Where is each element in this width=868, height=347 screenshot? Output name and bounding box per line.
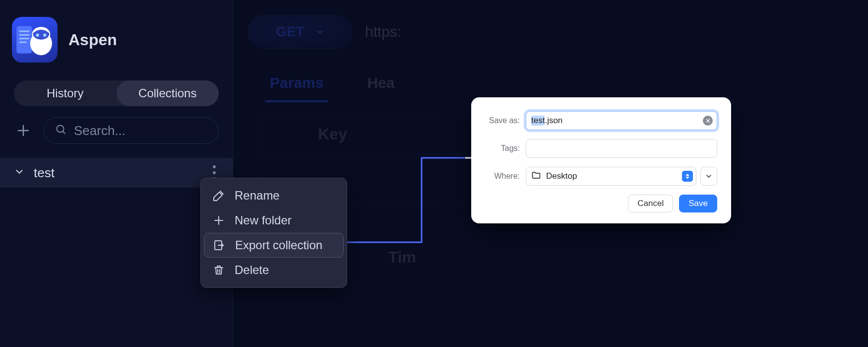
svg-rect-2	[19, 34, 29, 36]
filename-input[interactable]: test.json ✕	[526, 111, 717, 130]
svg-line-12	[63, 132, 65, 134]
brand: Aspen	[0, 0, 233, 69]
updown-icon	[682, 171, 693, 182]
sidebar-segments: History Collections	[14, 80, 219, 106]
save-dialog: Save as: test.json ✕ Tags: Where: Deskto…	[471, 97, 731, 223]
url-input[interactable]: https:	[365, 23, 401, 40]
search-input[interactable]: Search...	[44, 117, 219, 144]
menu-new-folder-label: New folder	[235, 213, 292, 227]
tags-label: Tags:	[485, 144, 520, 153]
collection-item[interactable]: test	[0, 158, 233, 188]
clear-icon[interactable]: ✕	[703, 116, 713, 126]
pencil-icon	[212, 189, 226, 203]
export-icon	[212, 238, 226, 252]
method-label: GET	[276, 24, 305, 40]
segment-collections[interactable]: Collections	[117, 80, 219, 106]
save-as-label: Save as:	[485, 116, 520, 125]
plus-icon	[212, 213, 226, 227]
where-label: Where:	[485, 172, 520, 181]
app-logo	[12, 17, 58, 63]
filename-rest: .json	[545, 116, 562, 126]
trash-icon	[212, 263, 226, 277]
tab-params[interactable]: Params	[270, 69, 323, 102]
menu-delete-label: Delete	[235, 263, 269, 277]
context-menu: Rename New folder Export collection Dele…	[200, 178, 347, 288]
chevron-down-icon	[705, 172, 713, 180]
folder-icon	[531, 170, 541, 183]
svg-point-8	[43, 34, 46, 37]
svg-rect-1	[19, 31, 29, 32]
time-label: Tim	[388, 248, 416, 267]
tags-input[interactable]	[526, 139, 717, 158]
svg-point-7	[36, 34, 39, 37]
collection-name: test	[34, 165, 55, 181]
chevron-down-icon	[14, 166, 25, 179]
save-button[interactable]: Save	[679, 195, 717, 212]
expand-button[interactable]	[700, 167, 717, 186]
method-select[interactable]: GET	[248, 15, 352, 49]
where-select[interactable]: Desktop	[526, 167, 696, 186]
search-placeholder: Search...	[74, 123, 125, 139]
sidebar: Aspen History Collections Search... t	[0, 0, 233, 347]
menu-export-label: Export collection	[235, 238, 322, 252]
menu-export-collection[interactable]: Export collection	[204, 233, 344, 258]
menu-rename[interactable]: Rename	[204, 183, 344, 208]
svg-rect-4	[19, 42, 27, 43]
add-button[interactable]	[15, 122, 32, 139]
menu-new-folder[interactable]: New folder	[204, 208, 344, 233]
app-name: Aspen	[68, 31, 117, 49]
svg-rect-0	[16, 26, 32, 53]
where-value: Desktop	[546, 171, 577, 181]
filename-selected: test	[531, 116, 545, 126]
svg-rect-3	[19, 38, 29, 39]
search-icon	[55, 124, 67, 138]
cancel-button[interactable]: Cancel	[628, 195, 673, 212]
chevron-down-icon	[315, 27, 324, 36]
menu-rename-label: Rename	[235, 189, 280, 203]
segment-history[interactable]: History	[14, 80, 117, 106]
menu-delete[interactable]: Delete	[204, 258, 344, 282]
tab-headers[interactable]: Hea	[367, 69, 394, 102]
